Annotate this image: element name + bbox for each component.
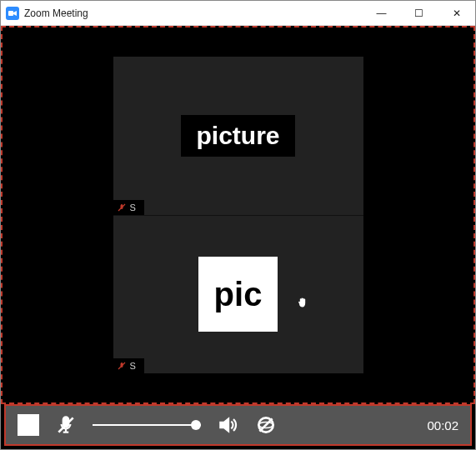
participant-name-strip: S bbox=[113, 200, 144, 215]
participant-avatar: picture bbox=[181, 115, 294, 157]
slider-thumb[interactable] bbox=[191, 420, 201, 430]
app-window: Zoom Meeting — ☐ ✕ picture S pic bbox=[0, 0, 476, 450]
muted-mic-icon bbox=[117, 202, 127, 212]
participant-name: S bbox=[130, 361, 136, 371]
meeting-area: picture S pic S bbox=[1, 26, 475, 404]
window-title: Zoom Meeting bbox=[24, 8, 363, 19]
raise-hand-icon bbox=[296, 296, 309, 313]
participant-avatar: pic bbox=[198, 257, 278, 332]
participant-name-strip: S bbox=[113, 358, 144, 373]
volume-icon[interactable] bbox=[216, 413, 239, 437]
video-grid: picture S pic S bbox=[113, 57, 363, 373]
recording-player-bar: 00:02 bbox=[4, 404, 472, 446]
camera-off-icon[interactable] bbox=[254, 413, 278, 437]
seek-slider[interactable] bbox=[93, 417, 201, 433]
mic-muted-icon[interactable] bbox=[54, 413, 78, 437]
svg-rect-0 bbox=[8, 11, 13, 16]
window-controls: — ☐ ✕ bbox=[363, 1, 475, 25]
slider-track bbox=[93, 424, 201, 426]
minimize-button[interactable]: — bbox=[363, 1, 400, 25]
muted-mic-icon bbox=[117, 361, 127, 371]
participant-tile[interactable]: pic S bbox=[113, 216, 363, 374]
playback-timer: 00:02 bbox=[427, 418, 458, 432]
close-button[interactable]: ✕ bbox=[438, 1, 475, 25]
participant-name: S bbox=[130, 202, 136, 212]
participant-tile[interactable]: picture S bbox=[113, 57, 363, 216]
zoom-app-icon bbox=[6, 7, 19, 20]
stop-button[interactable] bbox=[18, 414, 39, 436]
titlebar: Zoom Meeting — ☐ ✕ bbox=[1, 1, 475, 26]
maximize-button[interactable]: ☐ bbox=[400, 1, 438, 25]
